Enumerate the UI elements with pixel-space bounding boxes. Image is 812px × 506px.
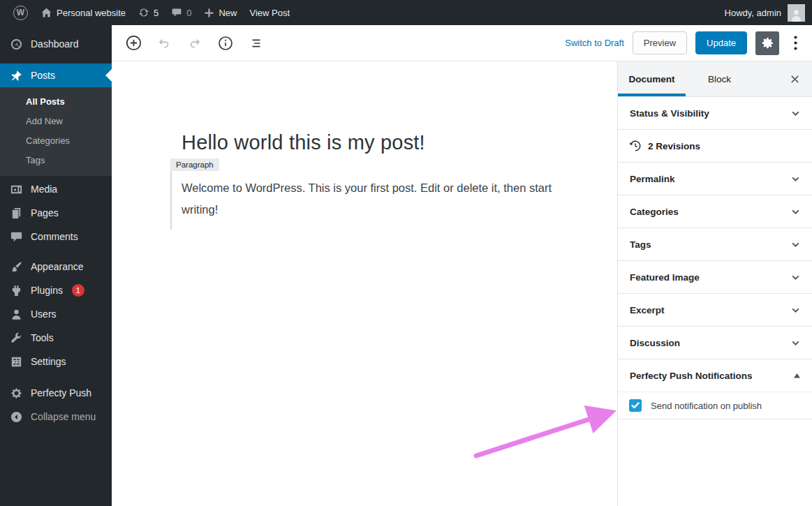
plugin-icon xyxy=(10,284,23,297)
sidebar-item-settings[interactable]: Settings xyxy=(0,350,112,373)
sidebar-item-label: Settings xyxy=(31,356,66,367)
comments-icon xyxy=(10,230,23,244)
wordpress-logo-icon: W xyxy=(13,6,28,20)
chevron-down-icon xyxy=(791,109,800,118)
comment-bubble-icon xyxy=(171,7,182,18)
sidebar-item-label: Media xyxy=(31,184,57,195)
send-notification-checkbox[interactable] xyxy=(629,399,642,412)
sidebar-tabs: Document Block xyxy=(618,61,812,97)
panel-status-visibility[interactable]: Status & Visibility xyxy=(618,97,812,130)
wordpress-menu-button[interactable]: W xyxy=(7,0,34,25)
sidebar-item-label: Appearance xyxy=(31,261,84,272)
chevron-down-icon xyxy=(791,207,800,216)
updates-refresh-icon xyxy=(138,7,149,18)
checkmark-icon xyxy=(631,402,640,409)
posts-submenu: All Posts Add New Categories Tags xyxy=(0,87,112,176)
sidebar-item-pages[interactable]: Pages xyxy=(0,201,112,225)
sidebar-item-perfecty-push[interactable]: Perfecty Push xyxy=(0,381,112,405)
view-post-label: View Post xyxy=(249,8,290,18)
sidebar-item-users[interactable]: Users xyxy=(0,302,112,326)
view-post-link[interactable]: View Post xyxy=(243,0,296,25)
avatar xyxy=(788,4,805,22)
redo-button[interactable] xyxy=(182,31,207,56)
sidebar-item-label: Tools xyxy=(31,332,54,343)
comments-link[interactable]: 0 xyxy=(165,0,198,25)
submenu-item-add-new[interactable]: Add New xyxy=(0,112,112,131)
submenu-item-categories[interactable]: Categories xyxy=(0,131,112,151)
collapse-menu-button[interactable]: Collapse menu xyxy=(0,405,112,429)
sidebar-item-tools[interactable]: Tools xyxy=(0,326,112,350)
left-sidebar: Dashboard Posts All Posts Add New Catego… xyxy=(0,25,112,506)
paintbrush-icon xyxy=(10,260,23,274)
send-notification-label[interactable]: Send notification on publish xyxy=(651,401,762,411)
submenu-item-tags[interactable]: Tags xyxy=(0,151,112,170)
panel-discussion[interactable]: Discussion xyxy=(618,327,812,359)
site-name-label: Personal website xyxy=(57,8,126,18)
pushpin-icon xyxy=(10,69,23,82)
chevron-down-icon xyxy=(791,306,800,315)
block-inserter-button[interactable] xyxy=(121,31,146,56)
sidebar-item-posts[interactable]: Posts xyxy=(0,64,112,87)
close-settings-button[interactable] xyxy=(777,61,812,96)
sidebar-item-label: Posts xyxy=(31,70,55,81)
settings-sidebar: Document Block Status & Visibility 2 Rev… xyxy=(617,61,812,506)
submenu-item-all-posts[interactable]: All Posts xyxy=(0,92,112,112)
chevron-down-icon xyxy=(791,273,800,282)
update-button[interactable]: Update xyxy=(695,31,747,54)
sidebar-item-label: Users xyxy=(31,308,57,320)
updates-link[interactable]: 5 xyxy=(132,0,165,25)
panel-featured-image[interactable]: Featured Image xyxy=(618,261,812,294)
new-content-button[interactable]: New xyxy=(198,0,243,25)
tab-block[interactable]: Block xyxy=(686,61,753,96)
preview-button[interactable]: Preview xyxy=(633,31,687,54)
settings-toggle-button[interactable] xyxy=(755,31,779,55)
active-menu-arrow xyxy=(99,69,112,82)
tab-document[interactable]: Document xyxy=(618,61,686,96)
collapse-arrow-icon xyxy=(10,410,23,424)
panel-categories[interactable]: Categories xyxy=(618,195,812,228)
switch-to-draft-link[interactable]: Switch to Draft xyxy=(565,38,624,48)
chevron-down-icon xyxy=(791,174,800,184)
panel-perfecty-push-notifications[interactable]: Perfecty Push Notifications xyxy=(618,359,812,392)
list-view-icon xyxy=(249,36,264,51)
chevron-down-icon xyxy=(791,240,800,249)
plus-icon xyxy=(204,8,214,18)
paragraph-text[interactable]: Welcome to WordPress. This is your first… xyxy=(182,177,563,220)
undo-button[interactable] xyxy=(152,31,177,56)
sidebar-item-label: Comments xyxy=(31,231,78,242)
info-icon xyxy=(217,35,234,52)
admin-bar: W Personal website 5 0 New V xyxy=(0,0,812,25)
editor-header-actions: Switch to Draft Preview Update xyxy=(565,31,812,55)
editor-toolbar xyxy=(112,31,269,56)
paragraph-block[interactable]: Welcome to WordPress. This is your first… xyxy=(170,171,563,230)
history-clock-icon xyxy=(629,140,642,152)
close-icon xyxy=(790,74,800,84)
pages-icon xyxy=(10,207,23,220)
gear-icon xyxy=(10,387,23,400)
media-icon xyxy=(10,183,23,196)
sidebar-item-media[interactable]: Media xyxy=(0,177,112,201)
sidebar-item-label: Dashboard xyxy=(31,38,79,50)
user-icon xyxy=(10,308,23,321)
revisions-button[interactable]: 2 Revisions xyxy=(618,130,812,163)
comments-count: 0 xyxy=(186,8,191,18)
panel-excerpt[interactable]: Excerpt xyxy=(618,294,812,327)
sidebar-item-dashboard[interactable]: Dashboard xyxy=(0,32,112,56)
sidebar-item-appearance[interactable]: Appearance xyxy=(0,255,112,278)
panel-tags[interactable]: Tags xyxy=(618,228,812,261)
sidebar-item-label: Pages xyxy=(31,207,59,218)
content-structure-button[interactable] xyxy=(213,31,238,56)
block-navigation-button[interactable] xyxy=(244,31,269,56)
account-menu[interactable]: Howdy, admin xyxy=(725,0,812,25)
panel-permalink[interactable]: Permalink xyxy=(618,163,812,195)
sidebar-item-label: Perfecty Push xyxy=(31,387,91,399)
gear-icon xyxy=(760,36,774,50)
new-label: New xyxy=(219,8,237,18)
revisions-label: 2 Revisions xyxy=(648,141,700,151)
sidebar-item-comments[interactable]: Comments xyxy=(0,225,112,248)
sidebar-item-label: Collapse menu xyxy=(31,411,96,422)
post-title-input[interactable]: Hello world this is my post! xyxy=(182,131,563,154)
sidebar-item-plugins[interactable]: Plugins 1 xyxy=(0,278,112,302)
more-tools-button[interactable] xyxy=(788,31,803,55)
site-name-link[interactable]: Personal website xyxy=(34,0,132,25)
